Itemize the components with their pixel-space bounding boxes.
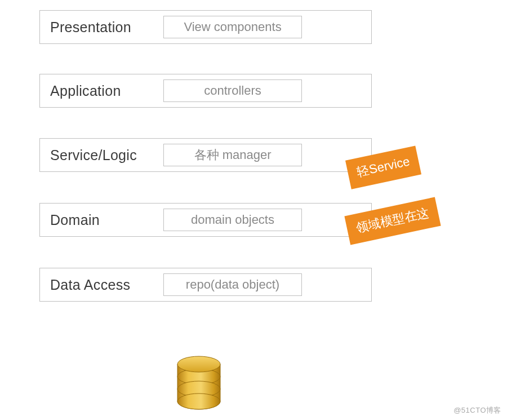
layer-inner-text: repo(data object) <box>186 277 279 292</box>
watermark: @51CTO博客 <box>453 405 501 415</box>
layer-domain: Domain domain objects <box>39 203 372 237</box>
svg-point-3 <box>177 356 220 372</box>
layer-inner-text: View components <box>184 20 281 34</box>
layer-title: Data Access <box>40 277 160 293</box>
layer-data-access: Data Access repo(data object) <box>39 268 372 302</box>
layer-inner-box: View components <box>163 16 302 38</box>
architecture-diagram: Presentation View components Application… <box>0 0 507 420</box>
layer-inner-box: 各种 manager <box>163 144 302 166</box>
layer-title: Domain <box>40 212 160 228</box>
layer-inner-box: domain objects <box>163 209 302 231</box>
layer-inner-box: repo(data object) <box>163 273 302 296</box>
layer-inner-text: 各种 manager <box>194 147 272 163</box>
database-icon <box>174 354 224 413</box>
layer-service-logic: Service/Logic 各种 manager <box>39 138 372 172</box>
layer-title: Service/Logic <box>40 147 160 163</box>
layer-title: Application <box>40 83 160 99</box>
layer-inner-text: domain objects <box>191 213 274 227</box>
layer-inner-text: controllers <box>204 83 261 98</box>
layer-application: Application controllers <box>39 74 372 108</box>
svg-point-2 <box>177 394 220 409</box>
layer-presentation: Presentation View components <box>39 10 372 44</box>
layer-title: Presentation <box>40 19 160 36</box>
layer-inner-box: controllers <box>163 79 302 102</box>
